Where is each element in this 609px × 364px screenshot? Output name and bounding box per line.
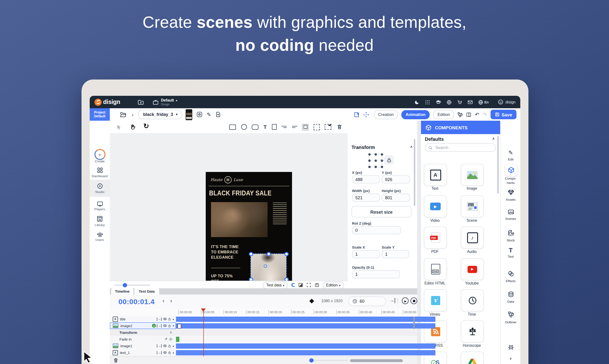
resize-handle-n[interactable]	[266, 252, 271, 256]
scale-y-input[interactable]	[382, 250, 409, 258]
timecode-display[interactable]: 00:00:01.4	[118, 298, 155, 306]
tab-timeline[interactable]: Timeline	[111, 288, 133, 295]
preview-eye-icon[interactable]	[197, 112, 202, 117]
rail-item-data[interactable]	[501, 291, 520, 298]
select-cursor-tool[interactable]	[116, 124, 122, 132]
opacity-input[interactable]	[352, 270, 400, 278]
collapse-caret-icon[interactable]: ▴	[173, 318, 174, 320]
resize-handle-nw[interactable]	[249, 252, 253, 256]
component-image[interactable]	[461, 164, 484, 186]
components-search[interactable]	[425, 143, 496, 152]
rail-item-text[interactable]: T	[501, 247, 520, 254]
lock-icon[interactable]	[168, 324, 171, 327]
track-row-transform[interactable]: Transform ∧	[110, 329, 417, 336]
component-horoscope[interactable]	[461, 320, 484, 342]
group-selection-icon[interactable]	[302, 124, 308, 130]
track-row-image1[interactable]: image1 ↔▴	[110, 342, 417, 349]
component-partial-2[interactable]	[461, 351, 484, 364]
apps-grid-icon[interactable]	[425, 99, 430, 105]
test-data-selector[interactable]: Test data▾	[263, 281, 288, 288]
go-to-end-icon[interactable]: →	[390, 298, 395, 303]
visibility-eye-icon[interactable]	[163, 351, 167, 354]
sidebar-item-studio[interactable]	[90, 183, 110, 189]
disign-c-icon[interactable]: C	[291, 282, 295, 288]
rotate-tool[interactable]: ↻	[143, 122, 149, 130]
width-input[interactable]	[352, 194, 380, 202]
marquee-select-icon[interactable]	[325, 124, 331, 130]
fullscreen-icon[interactable]	[306, 283, 311, 287]
component-youtube[interactable]: ▶	[461, 258, 484, 280]
playhead-line[interactable]	[203, 308, 204, 356]
reset-size-button[interactable]: Reset size	[351, 206, 411, 217]
rail-item-scenes[interactable]	[501, 209, 520, 215]
collapse-caret-icon[interactable]: ∧	[410, 145, 413, 149]
undo-icon[interactable]: ↶	[475, 111, 479, 117]
visibility-eye-icon[interactable]	[163, 317, 167, 321]
anchor-point-marker[interactable]	[264, 264, 267, 268]
fps-field[interactable]: 60	[348, 297, 386, 306]
scale-x-input[interactable]	[352, 250, 380, 258]
rail-item-components[interactable]	[505, 164, 517, 176]
sidebar-item-library[interactable]	[90, 216, 110, 222]
disign-logo[interactable]: disign	[95, 98, 120, 106]
cart-icon[interactable]	[457, 99, 462, 105]
mode-edition[interactable]: Edition	[433, 110, 454, 119]
component-text[interactable]: A	[424, 164, 447, 186]
track-bar-image1[interactable]	[176, 343, 435, 349]
open-folder-icon[interactable]	[120, 111, 126, 117]
step-forward-chevron[interactable]: ›	[170, 298, 172, 304]
rectangle-tool[interactable]	[229, 124, 236, 130]
text-tool[interactable]: T	[263, 125, 267, 129]
fade-in-effect-bar[interactable]	[176, 337, 179, 342]
import-template-icon[interactable]	[353, 111, 360, 117]
keyframe-diamond-icon[interactable]: ◆	[309, 297, 314, 304]
stop-button[interactable]	[411, 298, 417, 304]
export-icon[interactable]	[315, 283, 319, 287]
project-button[interactable]: ProjectDefault	[90, 108, 110, 121]
align-right-icon[interactable]	[281, 125, 287, 129]
edition-mode-selector[interactable]: Edition▾	[323, 281, 344, 288]
scene-thumbnail[interactable]	[186, 109, 192, 120]
collapse-rail-chevron[interactable]: ›	[501, 355, 520, 361]
track-row-text1[interactable]: A text_1 ↔▴	[110, 349, 417, 356]
component-audio[interactable]: ♪	[461, 227, 484, 248]
rounded-rect-tool[interactable]	[252, 124, 259, 130]
poster-photo-model-tree[interactable]	[211, 202, 268, 237]
rail-item-edit[interactable]: ✎	[501, 149, 520, 156]
sidebar-item-players[interactable]	[90, 201, 110, 207]
account-menu[interactable]: disign	[498, 99, 515, 105]
component-pdf[interactable]: PDF	[424, 227, 447, 248]
collapse-caret-icon[interactable]: ∧	[170, 330, 172, 334]
debug-bug-icon[interactable]	[501, 344, 520, 350]
step-back-chevron[interactable]: ‹	[163, 298, 164, 304]
delete-track-trash-icon[interactable]	[113, 358, 118, 363]
collapse-caret-icon[interactable]: ▴	[173, 351, 174, 354]
folder-star-icon[interactable]: ★	[137, 99, 144, 105]
academy-icon[interactable]	[435, 99, 441, 105]
contrast-icon[interactable]	[298, 283, 303, 287]
align-left-icon[interactable]	[292, 125, 297, 129]
poster-title[interactable]: BLACK FRIDAY SALE	[209, 189, 272, 197]
timeline-ruler[interactable]: 00:00:00 00:00:05 00:00:10 00:00:15 00:0…	[110, 308, 417, 316]
track-row-title[interactable]: A title ↔▴	[110, 316, 417, 322]
components-scrollbar[interactable]	[497, 136, 499, 194]
component-time[interactable]	[461, 289, 484, 311]
language-selector[interactable]: En	[478, 99, 489, 105]
outliner-nodes-icon[interactable]	[458, 112, 463, 117]
timeline-zoom-slider[interactable]	[310, 360, 348, 361]
keyframe-marker[interactable]	[178, 324, 181, 329]
x-input[interactable]	[352, 175, 380, 183]
tracks-scrollbar[interactable]	[413, 317, 415, 329]
track-row-fade-in[interactable]: Fade in ↺◎	[110, 336, 417, 342]
component-vimeo[interactable]: v	[424, 289, 447, 311]
layout-columns-icon[interactable]	[466, 112, 472, 117]
track-bar-image2[interactable]	[176, 323, 435, 328]
timeline-zoom-knob[interactable]	[309, 358, 314, 363]
stretch-icon[interactable]: ↔	[157, 351, 162, 354]
dark-mode-icon[interactable]	[414, 99, 420, 105]
workspace-selector[interactable]: Default▾ Disign	[161, 98, 177, 106]
save-button[interactable]: Save	[491, 110, 516, 119]
mode-creation[interactable]: Creation	[374, 110, 398, 119]
scene-selector[interactable]: black_friday_3▾	[138, 110, 182, 119]
rail-item-effects[interactable]	[501, 271, 520, 277]
